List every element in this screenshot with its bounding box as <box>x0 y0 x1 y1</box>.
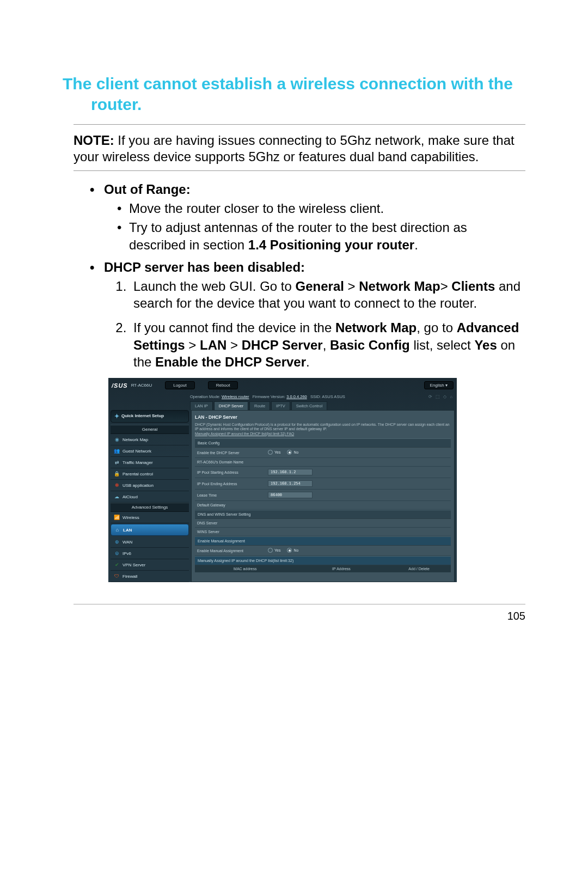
sidebar-item-network-map[interactable]: ◉Network Map <box>111 434 189 445</box>
tab-route[interactable]: Route <box>249 401 270 410</box>
page-title: The client cannot establish a wireless c… <box>63 74 525 114</box>
language-selector[interactable]: English ▾ <box>424 381 454 389</box>
sidebar-item-firewall[interactable]: 🛡Firewall <box>111 571 189 582</box>
quick-internet-setup[interactable]: ✦ Quick Internet Setup <box>111 410 189 423</box>
wan-icon: ⊕ <box>114 539 120 545</box>
manual-table-header: MAC address IP Address Add / Delete <box>195 565 451 572</box>
sidebar-item-wan[interactable]: ⊕WAN <box>111 536 189 548</box>
reboot-button[interactable]: Reboot <box>208 381 238 389</box>
tab-dhcp-server[interactable]: DHCP Server <box>214 401 248 410</box>
traffic-manager-icon: ⇄ <box>114 460 120 465</box>
group-manual-list: Manually Assigned IP around the DHCP lis… <box>195 556 451 565</box>
lease-time-input[interactable]: 86400 <box>268 492 313 498</box>
cloud-icon: ☁ <box>114 494 120 499</box>
row-wins-server: WINS Server <box>195 528 451 536</box>
radio-no[interactable]: No <box>287 450 298 455</box>
page-number: 105 <box>74 604 525 622</box>
radio-yes[interactable]: Yes <box>268 450 280 455</box>
row-enable-manual: Enable Manual Assignment Yes No <box>195 546 451 556</box>
router-admin-screenshot: /SUS RT-AC66U Logout Reboot English ▾ Op… <box>108 378 457 583</box>
group-enable-manual: Enable Manual Assignment <box>195 536 451 546</box>
sub-bullet: Move the router closer to the wireless c… <box>117 200 525 217</box>
divider <box>74 124 525 125</box>
firewall-icon: 🛡 <box>114 573 120 579</box>
content-title: LAN - DHCP Server <box>195 414 451 420</box>
row-enable-dhcp: Enable the DHCP Server Yes No <box>195 448 451 458</box>
row-domain-name: RT-AC66U's Domain Name <box>195 458 451 467</box>
wand-icon: ✦ <box>114 413 119 420</box>
sidebar: ✦ Quick Internet Setup General ◉Network … <box>111 410 189 583</box>
note-text: If you are having issues connecting to 5… <box>74 133 514 164</box>
title-line-1: The client cannot establish a wireless c… <box>63 75 513 93</box>
sidebar-item-wireless[interactable]: 📶Wireless <box>111 512 189 523</box>
sidebar-item-aicloud[interactable]: ☁AiCloud <box>111 491 189 503</box>
out-of-range-heading: Out of Range: <box>104 182 191 197</box>
sub-bullet: Try to adjust antennas of the router to … <box>117 219 525 253</box>
sidebar-section-general: General <box>111 425 189 434</box>
sidebar-section-advanced: Advanced Settings <box>111 503 189 512</box>
step-1: Launch the web GUI. Go to General > Netw… <box>130 278 525 311</box>
group-dns-wins: DNS and WINS Server Setting <box>195 510 451 519</box>
divider <box>74 170 525 171</box>
ip-start-input[interactable]: 192.168.1.2 <box>268 469 313 475</box>
note-label: NOTE: <box>74 133 114 148</box>
ip-end-input[interactable]: 192.168.1.254 <box>268 480 313 487</box>
ipv6-icon: ⊜ <box>114 551 120 556</box>
sidebar-item-lan[interactable]: ⌂LAN <box>111 524 189 536</box>
sidebar-item-usb-application[interactable]: ✽USB application <box>111 480 189 491</box>
lan-tabs: LAN IP DHCP Server Route IPTV Switch Con… <box>190 401 454 410</box>
sidebar-item-guest-network[interactable]: 👥Guest Network <box>111 445 189 457</box>
brand-logo: /SUS RT-AC66U <box>112 382 152 389</box>
dhcp-heading: DHCP server has been disabled: <box>104 260 305 274</box>
model-label: RT-AC66U <box>131 383 152 388</box>
note-block: NOTE: If you are having issues connectin… <box>74 132 525 165</box>
sidebar-item-vpn-server[interactable]: ✔VPN Server <box>111 559 189 571</box>
radio-yes-manual[interactable]: Yes <box>268 548 280 553</box>
sidebar-item-ipv6[interactable]: ⊜IPv6 <box>111 548 189 559</box>
network-map-icon: ◉ <box>114 437 120 442</box>
parental-control-icon: 🔒 <box>114 471 120 476</box>
tab-switch-control[interactable]: Switch Control <box>291 401 327 410</box>
group-basic-config: Basic Config <box>195 438 451 448</box>
bullet-out-of-range: Out of Range: Move the router closer to … <box>90 181 525 253</box>
sidebar-item-traffic-manager[interactable]: ⇄Traffic Manager <box>111 457 189 468</box>
radio-no-manual[interactable]: No <box>287 548 298 553</box>
content-panel: LAN - DHCP Server DHCP (Dynamic Host Con… <box>191 410 455 583</box>
row-ip-end: IP Pool Ending Address 192.168.1.254 <box>195 478 451 490</box>
step-2: If you cannot find the device in the Net… <box>130 319 525 370</box>
sidebar-item-parental-control[interactable]: 🔒Parental control <box>111 468 189 480</box>
status-icons: ⟳ ⬚ ◇ ⌂ <box>428 394 454 399</box>
row-lease-time: Lease Time 86400 <box>195 490 451 501</box>
chevron-down-icon: ▾ <box>445 383 448 388</box>
vpn-icon: ✔ <box>114 562 120 567</box>
title-line-2: router. <box>91 95 142 113</box>
tab-lan-ip[interactable]: LAN IP <box>190 401 213 410</box>
tab-iptv[interactable]: IPTV <box>271 401 290 410</box>
usb-icon: ✽ <box>114 482 120 488</box>
status-bar: Operation Mode: Wireless router Firmware… <box>190 394 454 399</box>
row-default-gateway: Default Gateway <box>195 501 451 510</box>
lan-icon: ⌂ <box>114 527 120 533</box>
row-dns-server: DNS Server <box>195 519 451 528</box>
row-ip-start: IP Pool Starting Address 192.168.1.2 <box>195 467 451 478</box>
bullet-dhcp-disabled: DHCP server has been disabled: Launch th… <box>90 259 525 370</box>
logout-button[interactable]: Logout <box>165 381 194 389</box>
content-description: DHCP (Dynamic Host Configuration Protoco… <box>195 423 451 436</box>
guest-network-icon: 👥 <box>114 448 120 454</box>
wireless-icon: 📶 <box>114 515 120 520</box>
